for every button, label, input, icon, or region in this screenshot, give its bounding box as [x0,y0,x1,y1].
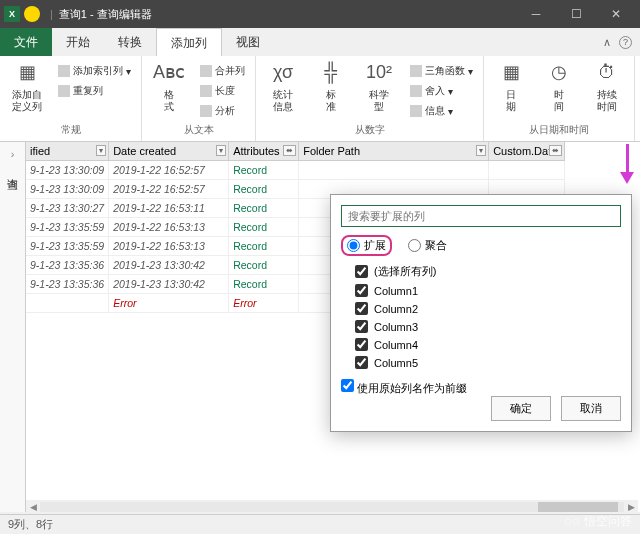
scroll-right-icon[interactable]: ▶ [624,502,638,512]
window-title: 查询1 - 查询编辑器 [59,7,152,22]
group-general-label: 常规 [6,121,135,139]
cell[interactable]: Record [229,275,299,294]
time-button[interactable]: ◷ 时 间 [538,58,580,113]
watermark: 悟空问答 [564,513,632,530]
cell[interactable]: Error [109,294,229,313]
maximize-button[interactable]: ☐ [556,0,596,28]
length-button[interactable]: 长度 [196,82,249,100]
cell[interactable]: Record [229,237,299,256]
standard-button[interactable]: ╬ 标 准 [310,58,352,113]
date-button[interactable]: ▦ 日 期 [490,58,532,113]
scientific-icon: 10² [365,58,393,86]
column-header-attributes[interactable]: Attributes⬌ [229,142,299,161]
smiley-icon [24,6,40,22]
cell[interactable]: 9-1-23 13:30:27 [26,199,109,218]
cell[interactable]: Record [229,218,299,237]
separator: | [50,8,53,20]
checkbox-select-all[interactable]: (选择所有列) [355,264,621,279]
duplicate-column-button[interactable]: 重复列 [54,82,135,100]
chevron-right-icon[interactable]: › [11,148,15,160]
radio-expand[interactable]: 扩展 [341,235,392,256]
ok-button[interactable]: 确定 [491,396,551,421]
cell[interactable]: Record [229,199,299,218]
scroll-left-icon[interactable]: ◀ [26,502,40,512]
expand-column-panel: 扩展 聚合 (选择所有列)Column1Column2Column3Column… [330,194,632,432]
column-header-created[interactable]: Date created▾ [109,142,229,161]
cell[interactable]: 9-1-23 13:30:09 [26,180,109,199]
table-icon: ▦ [13,58,41,86]
horizontal-scrollbar[interactable]: ◀ ▶ [26,500,638,514]
cell[interactable]: 2019-1-23 13:30:42 [109,256,229,275]
add-custom-column-button[interactable]: ▦ 添加自 定义列 [6,58,48,113]
scrollbar-thumb[interactable] [538,502,618,512]
info-button[interactable]: 信息 ▾ [406,102,477,120]
scientific-button[interactable]: 10² 科学 型 [358,58,400,113]
calendar-icon: ▦ [497,58,525,86]
cell[interactable]: 9-1-23 13:35:36 [26,256,109,275]
minimize-button[interactable]: ─ [516,0,556,28]
annotation-arrow [620,144,634,184]
cell[interactable] [26,294,109,313]
round-button[interactable]: 舍入 ▾ [406,82,477,100]
cell[interactable]: Record [229,256,299,275]
stats-button[interactable]: χσ 统计 信息 [262,58,304,113]
filter-dropdown-icon[interactable]: ⬌ [283,145,296,156]
calc-icon: ╬ [317,58,345,86]
tab-add-column[interactable]: 添加列 [156,28,222,56]
trig-button[interactable]: 三角函数 ▾ [406,62,477,80]
cell[interactable]: 9-1-23 13:35:59 [26,237,109,256]
status-text: 9列、8行 [8,517,53,532]
collapse-ribbon-icon[interactable]: ∧ [603,36,611,49]
tab-home[interactable]: 开始 [52,28,104,56]
add-index-column-button[interactable]: 添加索引列 ▾ [54,62,135,80]
analyze-button[interactable]: 分析 [196,102,249,120]
cell[interactable]: 9-1-23 13:30:09 [26,161,109,180]
cell[interactable]: 9-1-23 13:35:36 [26,275,109,294]
ribbon-tabs: 文件 开始 转换 添加列 视图 ∧ ? [0,28,640,56]
queries-sidebar[interactable]: › 查询 [0,142,26,512]
sigma-icon: χσ [269,58,297,86]
table-row[interactable]: 9-1-23 13:30:092019-1-22 16:52:57Record [26,161,565,180]
ribbon: ▦ 添加自 定义列 添加索引列 ▾ 重复列 常规 Aʙᴄ 格 式 合并列 长度 … [0,56,640,142]
column-header-modified[interactable]: ified▾ [26,142,109,161]
cancel-button[interactable]: 取消 [561,396,621,421]
cell[interactable]: Record [229,161,299,180]
duration-button[interactable]: ⏱ 持续 时间 [586,58,628,113]
cell[interactable]: Error [229,294,299,313]
cell[interactable] [299,161,489,180]
checkbox-column-4[interactable]: Column4 [355,338,621,351]
cell[interactable]: 2019-1-22 16:52:57 [109,180,229,199]
radio-aggregate[interactable]: 聚合 [408,235,447,256]
status-bar: 9列、8行 [0,514,640,534]
checkbox-column-3[interactable]: Column3 [355,320,621,333]
tab-transform[interactable]: 转换 [104,28,156,56]
tab-view[interactable]: 视图 [222,28,274,56]
group-number-label: 从数字 [262,121,477,139]
cell[interactable]: Record [229,180,299,199]
column-header-customdata[interactable]: Custom.Data⬌ [489,142,565,161]
cell[interactable]: 2019-1-23 13:30:42 [109,275,229,294]
tab-file[interactable]: 文件 [0,28,52,56]
cell[interactable]: 2019-1-22 16:53:13 [109,237,229,256]
checkbox-column-5[interactable]: Column5 [355,356,621,369]
format-button[interactable]: Aʙᴄ 格 式 [148,58,190,113]
filter-dropdown-icon[interactable]: ▾ [476,145,486,156]
cell[interactable]: 2019-1-22 16:52:57 [109,161,229,180]
column-header-folderpath[interactable]: Folder Path▾ [299,142,489,161]
cell[interactable]: 2019-1-22 16:53:13 [109,218,229,237]
filter-dropdown-icon[interactable]: ▾ [96,145,106,156]
filter-dropdown-icon[interactable]: ⬌ [549,145,562,156]
cell[interactable]: 9-1-23 13:35:59 [26,218,109,237]
duration-icon: ⏱ [593,58,621,86]
cell[interactable]: 2019-1-22 16:53:11 [109,199,229,218]
use-prefix-checkbox[interactable]: 使用原始列名作为前缀 [341,382,467,394]
clock-icon: ◷ [545,58,573,86]
checkbox-column-1[interactable]: Column1 [355,284,621,297]
checkbox-column-2[interactable]: Column2 [355,302,621,315]
cell[interactable] [489,161,565,180]
filter-dropdown-icon[interactable]: ▾ [216,145,226,156]
search-columns-input[interactable] [341,205,621,227]
merge-columns-button[interactable]: 合并列 [196,62,249,80]
close-button[interactable]: ✕ [596,0,636,28]
help-icon[interactable]: ? [619,36,632,49]
